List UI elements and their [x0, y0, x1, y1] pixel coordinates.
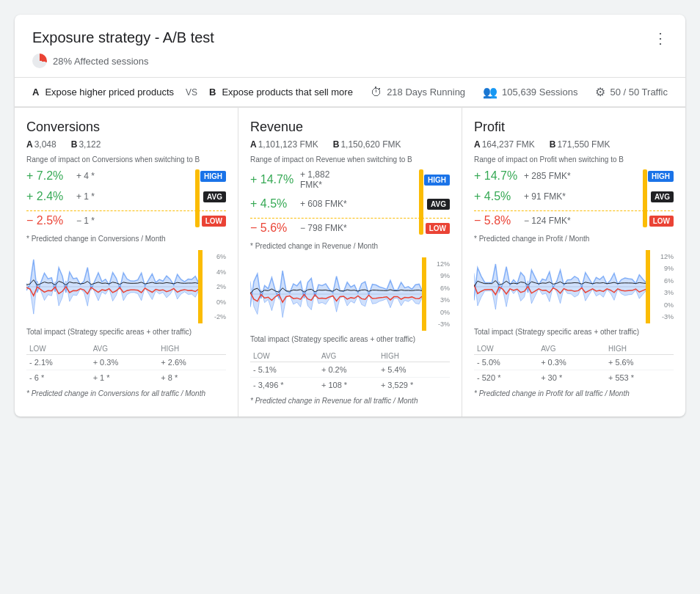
impact-abs: − 124 FMK* [524, 216, 575, 226]
table-cell: + 8 * [158, 370, 226, 386]
table-header: AVG [90, 343, 158, 355]
y-axis-label: 0% [650, 301, 674, 309]
impact-pct: + 7.2% [26, 169, 70, 183]
impact-range-label: Range of impact on Profit when switching… [474, 155, 674, 164]
affected-sessions: 28% Affected sessions [32, 54, 668, 68]
impact-table: LOWAVGHIGH - 5.1%+ 0.2%+ 5.4%- 3,496 *+ … [250, 351, 450, 392]
y-axis-label: 6% [650, 277, 674, 285]
chart-svg [474, 250, 650, 323]
card-title: Revenue [250, 120, 450, 135]
impact-rows-container: + 14.7% + 1,882 FMK* HIGH + 4.5% + 608 F… [250, 169, 450, 235]
table-cell: + 553 * [605, 370, 674, 386]
table-note: * Predicted change in Conversions for al… [26, 389, 226, 397]
table-note: * Predicted change in Profit for all tra… [474, 389, 674, 397]
y-axis-label: 6% [203, 253, 226, 260]
table-cell: + 108 * [318, 378, 378, 393]
table-cell: - 2.1% [26, 355, 90, 370]
table-row: - 3,496 *+ 108 *+ 3,529 * [250, 378, 450, 393]
chart-svg [26, 250, 203, 323]
impact-table: LOWAVGHIGH - 2.1%+ 0.3%+ 2.6%- 6 *+ 1 *+… [26, 343, 226, 385]
chart-inner [26, 250, 203, 323]
card-title: Profit [474, 120, 674, 135]
chart-inner [474, 250, 650, 323]
table-cell: - 5.1% [250, 362, 318, 378]
variant-a-text: Expose higher priced products [45, 87, 174, 98]
card-profit: Profit A164,237 FMK B171,550 FMK Range o… [462, 108, 685, 417]
table-cell: + 30 * [538, 370, 605, 386]
impact-range-label: Range of impact on Conversions when swit… [26, 155, 226, 164]
chart-container: 12%9%6%3%0%-3% [474, 250, 674, 323]
header-top: Exposure strategy - A/B test ⋮ [32, 29, 668, 46]
y-axis-label: 4% [203, 268, 226, 276]
table-cell: + 1 * [90, 370, 158, 386]
table-cell: + 5.4% [378, 362, 450, 378]
y-axis-label: 9% [426, 272, 450, 279]
table-row: - 2.1%+ 0.3%+ 2.6% [26, 355, 226, 370]
variants-bar: A Expose higher priced products VS B Exp… [15, 78, 685, 107]
impact-rows-container: + 14.7% + 285 FMK* HIGH + 4.5% + 91 FMK*… [474, 169, 674, 227]
table-header-row: LOWAVGHIGH [26, 343, 226, 355]
impact-abs: − 1 * [76, 216, 128, 226]
table-cell: + 2.6% [158, 355, 226, 370]
total-impact-label: Total impact (Strategy specific areas + … [26, 328, 226, 336]
impact-table: LOWAVGHIGH - 5.0%+ 0.3%+ 5.6%- 520 *+ 30… [474, 343, 674, 385]
impact-badge-low: LOW [649, 216, 674, 227]
svg-rect-3 [422, 257, 426, 331]
table-header: LOW [26, 343, 90, 355]
impact-pct: + 14.7% [474, 169, 518, 183]
impact-pct: + 4.5% [250, 197, 294, 210]
y-axis-label: 0% [426, 309, 450, 316]
y-axis-label: 2% [203, 283, 226, 290]
more-button[interactable]: ⋮ [653, 31, 668, 45]
table-header: AVG [318, 351, 378, 362]
impact-abs: − 798 FMK* [300, 223, 351, 233]
table-row: - 5.1%+ 0.2%+ 5.4% [250, 362, 450, 378]
impact-abs: + 1,882 FMK* [300, 169, 351, 190]
impact-abs: + 608 FMK* [300, 199, 351, 209]
impact-badge-low: LOW [202, 216, 226, 227]
impact-abs: + 91 FMK* [524, 191, 575, 202]
impact-pct: + 4.5% [474, 190, 518, 203]
impact-pct: − 5.6% [250, 221, 294, 235]
card-conversions: Conversions A3,048 B3,122 Range of impac… [15, 108, 238, 417]
y-axis-label: -3% [426, 320, 450, 328]
header: Exposure strategy - A/B test ⋮ 28% Affec… [15, 15, 685, 78]
variant-a: A Expose higher priced products [32, 87, 174, 98]
table-cell: + 0.2% [318, 362, 378, 378]
impact-badge-avg: AVG [203, 191, 226, 202]
b-value: B1,150,620 FMK [333, 139, 401, 150]
table-cell: - 6 * [26, 370, 90, 386]
impact-badge-high: HIGH [200, 171, 226, 182]
svg-rect-1 [198, 250, 203, 323]
a-value: A164,237 FMK [474, 139, 535, 150]
card-ab-values: A1,101,123 FMK B1,150,620 FMK [250, 139, 450, 150]
y-axis-labels: 6%4%2%0%-2% [203, 250, 226, 323]
page-title: Exposure strategy - A/B test [32, 29, 214, 46]
impact-abs: + 1 * [76, 191, 128, 202]
a-value: A1,101,123 FMK [250, 139, 318, 150]
sessions-text: 105,639 Sessions [502, 87, 577, 98]
y-axis-label: 0% [203, 298, 226, 306]
variant-b: B Expose products that sell more [209, 87, 353, 98]
b-value: B3,122 [71, 139, 101, 150]
impact-pct: + 2.4% [26, 190, 70, 203]
card-ab-values: A164,237 FMK B171,550 FMK [474, 139, 674, 150]
impact-badge-high: HIGH [648, 171, 674, 182]
table-header: HIGH [605, 343, 674, 355]
impact-range-label: Range of impact on Revenue when switchin… [250, 155, 450, 164]
table-header-row: LOWAVGHIGH [250, 351, 450, 362]
y-axis-labels: 12%9%6%3%0%-3% [650, 250, 674, 323]
variant-a-label: A [32, 87, 39, 98]
table-cell: + 3,529 * [378, 378, 450, 393]
affected-sessions-text: 28% Affected sessions [53, 56, 149, 67]
table-row: - 520 *+ 30 *+ 553 * [474, 370, 674, 386]
vs-text: VS [186, 87, 197, 98]
table-header: LOW [250, 351, 318, 362]
chart-inner [250, 257, 426, 331]
table-cell: - 520 * [474, 370, 538, 386]
impact-badge-low: LOW [426, 223, 450, 234]
stats-section: ⏱ 218 Days Running 👥 105,639 Sessions ⚙ … [371, 85, 668, 99]
y-axis-label: -3% [650, 313, 674, 320]
card-ab-values: A3,048 B3,122 [26, 139, 226, 150]
sessions-stat: 👥 105,639 Sessions [483, 85, 577, 99]
